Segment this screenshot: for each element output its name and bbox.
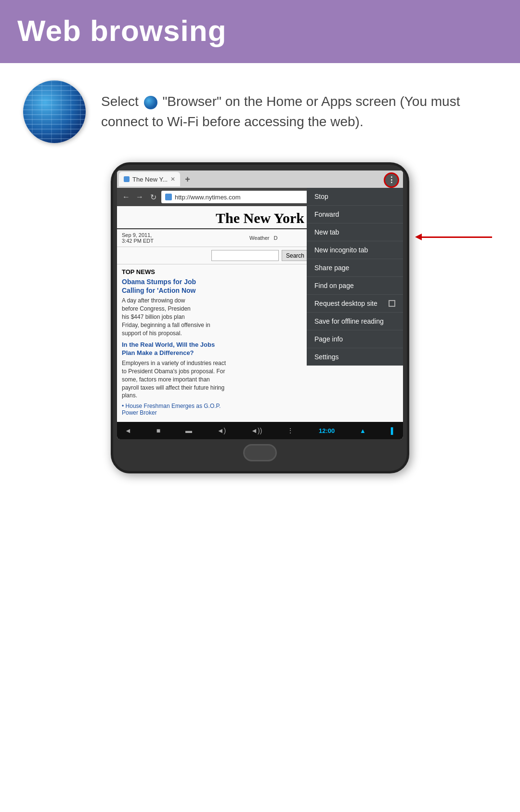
browser-tab-bar: The New Y... ✕ + ⋮ Stop Forward	[117, 170, 403, 188]
android-overflow-btn[interactable]: ⋮	[287, 427, 294, 434]
page-title: Web browsing	[17, 14, 227, 47]
menu-item-find[interactable]: Find on page	[307, 277, 403, 295]
home-button[interactable]	[243, 444, 277, 461]
tab-add-icon[interactable]: +	[182, 174, 193, 184]
menu-item-stop[interactable]: Stop	[307, 188, 403, 206]
android-back-btn[interactable]: ◄	[125, 427, 131, 434]
android-nav-bar: ◄ ■ ▬ ◄) ◄)) ⋮ 12:00 ▲ ▌	[117, 422, 403, 439]
tab-favicon	[124, 176, 130, 182]
three-dots-icon: ⋮	[388, 176, 396, 184]
tablet-outer-frame: The New Y... ✕ + ⋮ Stop Forward	[111, 162, 409, 473]
intro-text: Select "Browser" on the Home or Apps scr…	[101, 92, 497, 132]
browser-globe-icon	[23, 80, 86, 143]
browser-tab-active[interactable]: The New Y... ✕	[119, 172, 180, 186]
arrow-tip	[415, 234, 422, 240]
menu-item-settings-label: Settings	[314, 353, 339, 361]
tab-label: The New Y...	[132, 176, 168, 183]
menu-item-desktop-site-label: Request desktop site	[314, 300, 377, 307]
menu-item-share[interactable]: Share page	[307, 259, 403, 277]
menu-item-page-info-label: Page info	[314, 335, 343, 343]
menu-item-stop-label: Stop	[314, 193, 328, 200]
menu-item-settings[interactable]: Settings	[307, 348, 403, 366]
intro-section: Select "Browser" on the Home or Apps scr…	[0, 63, 520, 153]
menu-item-find-label: Find on page	[314, 282, 354, 289]
menu-item-desktop-site[interactable]: Request desktop site	[307, 295, 403, 313]
menu-item-offline[interactable]: Save for offline reading	[307, 313, 403, 330]
android-home-btn[interactable]: ■	[156, 427, 160, 434]
tablet-device: The New Y... ✕ + ⋮ Stop Forward	[111, 162, 409, 473]
menu-item-new-tab-label: New tab	[314, 228, 339, 236]
menu-item-share-label: Share page	[314, 264, 349, 272]
menu-item-new-tab[interactable]: New tab	[307, 223, 403, 241]
url-text: http://www.nytimes.com	[175, 194, 241, 201]
back-button[interactable]: ←	[121, 193, 131, 201]
address-favicon	[165, 194, 172, 200]
refresh-button[interactable]: ↻	[148, 193, 158, 202]
desktop-site-checkbox[interactable]	[389, 300, 395, 307]
android-vol-down-btn[interactable]: ◄)	[217, 427, 226, 434]
menu-item-incognito-label: New incognito tab	[314, 246, 368, 254]
wifi-icon: ▲	[360, 427, 366, 434]
menu-item-forward-label: Forward	[314, 210, 339, 218]
device-section: The New Y... ✕ + ⋮ Stop Forward	[0, 153, 520, 493]
context-menu: Stop Forward New tab New incognito tab S	[307, 188, 403, 366]
browser-inline-icon	[144, 96, 157, 109]
android-vol-up-btn[interactable]: ◄))	[251, 427, 262, 434]
menu-item-forward[interactable]: Forward	[307, 206, 403, 223]
arrow-bar	[422, 236, 492, 238]
nyt-search-input[interactable]	[211, 250, 279, 261]
menu-item-incognito[interactable]: New incognito tab	[307, 241, 403, 259]
home-button-area	[117, 439, 403, 465]
tablet-screen: The New Y... ✕ + ⋮ Stop Forward	[117, 170, 403, 439]
browser-menu-button[interactable]: ⋮	[384, 172, 399, 188]
menu-item-offline-label: Save for offline reading	[314, 317, 384, 325]
nyt-search-button[interactable]: Search	[282, 250, 309, 261]
header: Web browsing	[0, 0, 520, 63]
signal-icon: ▌	[391, 427, 395, 434]
status-time: 12:00	[319, 427, 335, 434]
menu-item-page-info[interactable]: Page info	[307, 330, 403, 348]
tab-close-icon[interactable]: ✕	[170, 176, 175, 183]
forward-button[interactable]: →	[134, 193, 145, 201]
intro-text-before: Select	[101, 94, 139, 109]
arrow-indicator	[415, 234, 492, 240]
news-link-1: • House Freshman Emerges as G.O.P.Power …	[122, 403, 398, 416]
nyt-weather: Weather D	[249, 235, 278, 241]
nyt-date: Sep 9, 2011,3:42 PM EDT	[122, 232, 154, 244]
android-recents-btn[interactable]: ▬	[185, 427, 192, 434]
